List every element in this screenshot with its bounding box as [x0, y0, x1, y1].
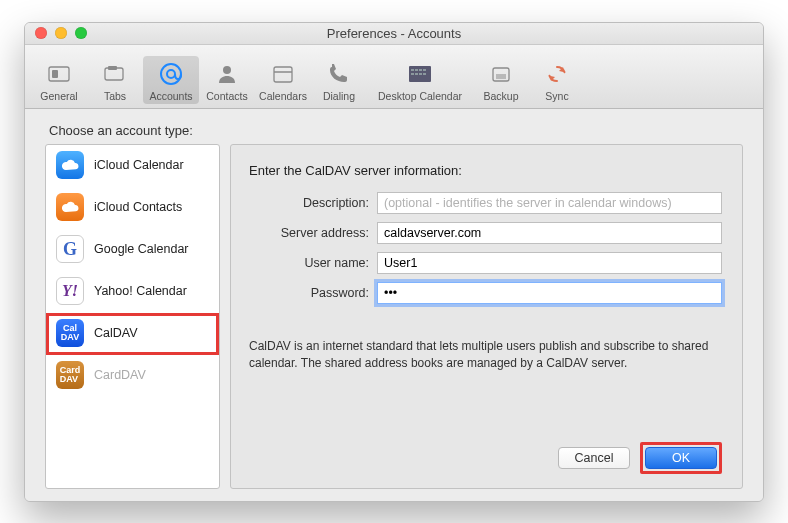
account-type-label: CalDAV [94, 326, 138, 340]
label-server: Server address: [249, 226, 369, 240]
account-type-icloud-calendar[interactable]: iCloud Calendar [46, 145, 219, 187]
window-title: Preferences - Accounts [25, 26, 763, 41]
toolbar-label: Dialing [323, 90, 355, 102]
calendar-icon [268, 60, 298, 88]
svg-rect-7 [274, 67, 292, 82]
svg-rect-11 [415, 69, 418, 71]
account-type-yahoo-calendar[interactable]: Y! Yahoo! Calendar [46, 271, 219, 313]
svg-rect-12 [419, 69, 422, 71]
toolbar-desktop-calendar[interactable]: Desktop Calendar [367, 56, 473, 104]
account-type-google-calendar[interactable]: G Google Calendar [46, 229, 219, 271]
svg-rect-3 [108, 66, 117, 70]
ok-button-highlight: OK [640, 442, 722, 474]
row-username: User name: [249, 252, 722, 274]
svg-rect-15 [415, 73, 418, 75]
toolbar-sync[interactable]: Sync [529, 56, 585, 104]
form-title: Enter the CalDAV server information: [249, 163, 722, 178]
section-title: Choose an account type: [49, 123, 743, 138]
caldav-icon: CalDAV [56, 319, 84, 347]
username-input[interactable] [377, 252, 722, 274]
person-icon [212, 60, 242, 88]
toolbar-general[interactable]: General [31, 56, 87, 104]
sync-icon [542, 60, 572, 88]
cloud-icon [56, 193, 84, 221]
description-input[interactable] [377, 192, 722, 214]
disk-icon [486, 60, 516, 88]
svg-rect-13 [423, 69, 426, 71]
toolbar-backup[interactable]: Backup [473, 56, 529, 104]
toolbar-tabs[interactable]: Tabs [87, 56, 143, 104]
toolbar-label: Calendars [259, 90, 307, 102]
preferences-toolbar: General Tabs Accounts Contacts Calendars [25, 45, 763, 109]
cloud-icon [56, 151, 84, 179]
toolbar-label: Tabs [104, 90, 126, 102]
server-address-input[interactable] [377, 222, 722, 244]
svg-rect-1 [52, 70, 58, 78]
desktop-calendar-icon [405, 60, 435, 88]
account-type-label: iCloud Calendar [94, 158, 184, 172]
yahoo-icon: Y! [56, 277, 84, 305]
preferences-window: Preferences - Accounts General Tabs Acco… [24, 22, 764, 502]
at-sign-icon [156, 60, 186, 88]
google-icon: G [56, 235, 84, 263]
row-description: Description: [249, 192, 722, 214]
svg-point-5 [167, 70, 175, 78]
toolbar-label: Sync [545, 90, 568, 102]
toolbar-contacts[interactable]: Contacts [199, 56, 255, 104]
account-form: Enter the CalDAV server information: Des… [230, 144, 743, 489]
svg-rect-19 [496, 74, 506, 79]
label-username: User name: [249, 256, 369, 270]
row-server: Server address: [249, 222, 722, 244]
account-type-caldav[interactable]: CalDAV CalDAV [46, 313, 219, 355]
toolbar-dialing[interactable]: Dialing [311, 56, 367, 104]
help-text: CalDAV is an internet standard that lets… [249, 338, 722, 373]
label-password: Password: [249, 286, 369, 300]
svg-rect-16 [419, 73, 422, 75]
titlebar: Preferences - Accounts [25, 23, 763, 45]
password-input[interactable] [377, 282, 722, 304]
account-type-carddav[interactable]: CardDAV CardDAV [46, 355, 219, 397]
svg-rect-17 [423, 73, 426, 75]
svg-rect-14 [411, 73, 414, 75]
carddav-icon: CardDAV [56, 361, 84, 389]
account-type-label: CardDAV [94, 368, 146, 382]
dialog-buttons: Cancel OK [249, 428, 722, 474]
account-type-label: Google Calendar [94, 242, 189, 256]
row-password: Password: [249, 282, 722, 304]
toolbar-label: Contacts [206, 90, 247, 102]
account-type-list: iCloud Calendar iCloud Contacts G Google… [45, 144, 220, 489]
content-area: Choose an account type: iCloud Calendar … [25, 109, 763, 501]
account-type-label: Yahoo! Calendar [94, 284, 187, 298]
toolbar-calendars[interactable]: Calendars [255, 56, 311, 104]
toolbar-label: Desktop Calendar [378, 90, 462, 102]
phone-icon [324, 60, 354, 88]
switch-icon [44, 60, 74, 88]
account-type-label: iCloud Contacts [94, 200, 182, 214]
toolbar-label: Accounts [149, 90, 192, 102]
svg-point-6 [223, 66, 231, 74]
cancel-button[interactable]: Cancel [558, 447, 630, 469]
label-description: Description: [249, 196, 369, 210]
account-type-icloud-contacts[interactable]: iCloud Contacts [46, 187, 219, 229]
toolbar-label: Backup [483, 90, 518, 102]
ok-button[interactable]: OK [645, 447, 717, 469]
svg-rect-10 [411, 69, 414, 71]
toolbar-label: General [40, 90, 77, 102]
tabs-icon [100, 60, 130, 88]
svg-point-4 [161, 64, 181, 84]
toolbar-accounts[interactable]: Accounts [143, 56, 199, 104]
